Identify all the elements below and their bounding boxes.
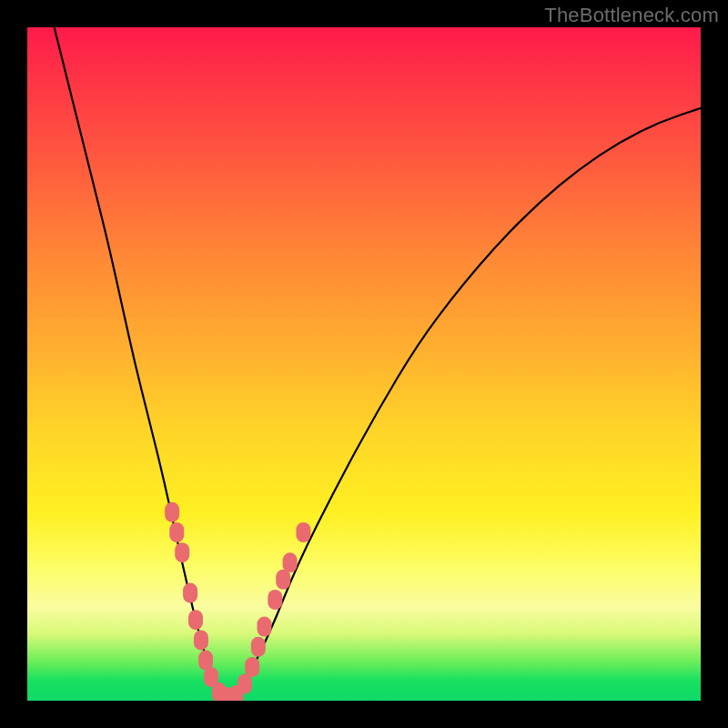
marker-point (245, 657, 259, 677)
marker-point (238, 674, 252, 694)
marker-point (257, 617, 271, 637)
marker-point (165, 502, 179, 522)
marker-point (188, 610, 203, 630)
highlighted-points (165, 502, 310, 701)
plot-area (27, 27, 701, 701)
marker-point (169, 522, 184, 542)
watermark-text: TheBottleneck.com (544, 4, 719, 27)
marker-point (183, 583, 197, 603)
chart-frame: TheBottleneck.com (0, 0, 728, 728)
marker-point (283, 552, 298, 572)
bottleneck-curve (55, 27, 701, 697)
marker-point (268, 590, 282, 610)
marker-point (296, 522, 310, 542)
marker-point (175, 542, 189, 562)
chart-svg (27, 27, 701, 701)
marker-point (194, 630, 208, 650)
marker-point (251, 637, 266, 657)
marker-point (276, 570, 290, 590)
